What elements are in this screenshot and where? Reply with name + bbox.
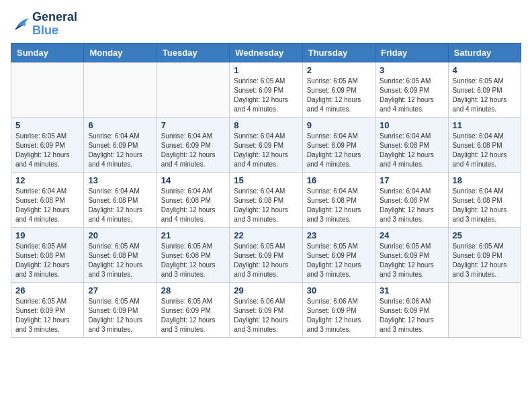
calendar-cell: 28Sunrise: 6:05 AM Sunset: 6:09 PM Dayli… [157, 282, 229, 337]
day-number: 3 [380, 65, 443, 75]
day-number: 7 [161, 120, 225, 130]
day-number: 25 [453, 230, 517, 240]
calendar-header-friday: Friday [375, 43, 448, 62]
day-info: Sunrise: 6:06 AM Sunset: 6:09 PM Dayligh… [380, 297, 443, 334]
day-number: 26 [15, 285, 79, 295]
day-info: Sunrise: 6:05 AM Sunset: 6:09 PM Dayligh… [161, 297, 225, 334]
calendar-header-wednesday: Wednesday [230, 43, 302, 62]
day-number: 16 [307, 175, 371, 185]
calendar-cell: 15Sunrise: 6:04 AM Sunset: 6:08 PM Dayli… [230, 172, 302, 227]
day-number: 1 [234, 65, 298, 75]
calendar-week-5: 26Sunrise: 6:05 AM Sunset: 6:09 PM Dayli… [11, 282, 521, 337]
day-number: 2 [307, 65, 371, 75]
calendar-cell [157, 62, 229, 117]
calendar-cell: 24Sunrise: 6:05 AM Sunset: 6:09 PM Dayli… [375, 227, 448, 282]
day-info: Sunrise: 6:05 AM Sunset: 6:09 PM Dayligh… [15, 297, 79, 334]
day-info: Sunrise: 6:04 AM Sunset: 6:08 PM Dayligh… [161, 187, 225, 224]
day-number: 24 [380, 230, 443, 240]
day-info: Sunrise: 6:05 AM Sunset: 6:09 PM Dayligh… [380, 77, 443, 114]
day-info: Sunrise: 6:04 AM Sunset: 6:09 PM Dayligh… [307, 132, 371, 169]
day-number: 23 [307, 230, 371, 240]
day-number: 29 [234, 285, 298, 295]
day-info: Sunrise: 6:05 AM Sunset: 6:09 PM Dayligh… [453, 77, 517, 114]
day-number: 17 [380, 175, 443, 185]
day-info: Sunrise: 6:04 AM Sunset: 6:09 PM Dayligh… [161, 132, 225, 169]
day-info: Sunrise: 6:06 AM Sunset: 6:09 PM Dayligh… [307, 297, 371, 334]
day-number: 10 [380, 120, 443, 130]
day-info: Sunrise: 6:04 AM Sunset: 6:08 PM Dayligh… [453, 187, 517, 224]
day-number: 6 [88, 120, 152, 130]
calendar-cell: 1Sunrise: 6:05 AM Sunset: 6:09 PM Daylig… [230, 62, 302, 117]
calendar-cell: 12Sunrise: 6:04 AM Sunset: 6:08 PM Dayli… [11, 172, 84, 227]
calendar-cell: 13Sunrise: 6:04 AM Sunset: 6:08 PM Dayli… [84, 172, 157, 227]
day-info: Sunrise: 6:05 AM Sunset: 6:09 PM Dayligh… [380, 242, 443, 279]
calendar-header-tuesday: Tuesday [157, 43, 229, 62]
day-number: 18 [453, 175, 517, 185]
calendar-cell: 4Sunrise: 6:05 AM Sunset: 6:09 PM Daylig… [448, 62, 521, 117]
calendar-cell: 21Sunrise: 6:05 AM Sunset: 6:08 PM Dayli… [157, 227, 229, 282]
day-number: 27 [88, 285, 152, 295]
day-info: Sunrise: 6:05 AM Sunset: 6:09 PM Dayligh… [307, 77, 371, 114]
calendar-header-monday: Monday [84, 43, 157, 62]
day-info: Sunrise: 6:05 AM Sunset: 6:08 PM Dayligh… [161, 242, 225, 279]
calendar-cell: 7Sunrise: 6:04 AM Sunset: 6:09 PM Daylig… [157, 117, 229, 172]
calendar-cell: 10Sunrise: 6:04 AM Sunset: 6:08 PM Dayli… [375, 117, 448, 172]
calendar-cell: 30Sunrise: 6:06 AM Sunset: 6:09 PM Dayli… [302, 282, 375, 337]
calendar-cell: 6Sunrise: 6:04 AM Sunset: 6:09 PM Daylig… [84, 117, 157, 172]
day-info: Sunrise: 6:05 AM Sunset: 6:08 PM Dayligh… [15, 242, 79, 279]
page-header: General Blue [11, 11, 521, 38]
logo: General Blue [11, 11, 77, 38]
day-info: Sunrise: 6:05 AM Sunset: 6:09 PM Dayligh… [453, 242, 517, 279]
day-number: 22 [234, 230, 298, 240]
day-info: Sunrise: 6:04 AM Sunset: 6:08 PM Dayligh… [380, 187, 443, 224]
logo-text: General Blue [32, 11, 77, 38]
day-number: 14 [161, 175, 225, 185]
calendar-cell: 8Sunrise: 6:04 AM Sunset: 6:09 PM Daylig… [230, 117, 302, 172]
calendar-cell: 31Sunrise: 6:06 AM Sunset: 6:09 PM Dayli… [375, 282, 448, 337]
calendar-week-1: 1Sunrise: 6:05 AM Sunset: 6:09 PM Daylig… [11, 62, 521, 117]
day-number: 9 [307, 120, 371, 130]
calendar-cell: 18Sunrise: 6:04 AM Sunset: 6:08 PM Dayli… [448, 172, 521, 227]
day-number: 28 [161, 285, 225, 295]
day-info: Sunrise: 6:05 AM Sunset: 6:09 PM Dayligh… [234, 242, 298, 279]
day-info: Sunrise: 6:05 AM Sunset: 6:09 PM Dayligh… [307, 242, 371, 279]
calendar-cell: 11Sunrise: 6:04 AM Sunset: 6:08 PM Dayli… [448, 117, 521, 172]
day-info: Sunrise: 6:04 AM Sunset: 6:08 PM Dayligh… [307, 187, 371, 224]
calendar-header-thursday: Thursday [302, 43, 375, 62]
day-info: Sunrise: 6:04 AM Sunset: 6:08 PM Dayligh… [15, 187, 79, 224]
calendar-cell [84, 62, 157, 117]
calendar-cell [11, 62, 84, 117]
calendar-header-saturday: Saturday [448, 43, 521, 62]
calendar-week-3: 12Sunrise: 6:04 AM Sunset: 6:08 PM Dayli… [11, 172, 521, 227]
calendar-cell: 27Sunrise: 6:05 AM Sunset: 6:09 PM Dayli… [84, 282, 157, 337]
day-info: Sunrise: 6:05 AM Sunset: 6:09 PM Dayligh… [15, 132, 79, 169]
calendar-week-2: 5Sunrise: 6:05 AM Sunset: 6:09 PM Daylig… [11, 117, 521, 172]
calendar-week-4: 19Sunrise: 6:05 AM Sunset: 6:08 PM Dayli… [11, 227, 521, 282]
day-number: 31 [380, 285, 443, 295]
calendar-cell: 2Sunrise: 6:05 AM Sunset: 6:09 PM Daylig… [302, 62, 375, 117]
day-info: Sunrise: 6:05 AM Sunset: 6:08 PM Dayligh… [88, 242, 152, 279]
calendar-cell: 9Sunrise: 6:04 AM Sunset: 6:09 PM Daylig… [302, 117, 375, 172]
day-info: Sunrise: 6:04 AM Sunset: 6:08 PM Dayligh… [88, 187, 152, 224]
day-number: 11 [453, 120, 517, 130]
day-info: Sunrise: 6:04 AM Sunset: 6:08 PM Dayligh… [453, 132, 517, 169]
calendar-cell: 17Sunrise: 6:04 AM Sunset: 6:08 PM Dayli… [375, 172, 448, 227]
calendar-cell: 16Sunrise: 6:04 AM Sunset: 6:08 PM Dayli… [302, 172, 375, 227]
day-info: Sunrise: 6:05 AM Sunset: 6:09 PM Dayligh… [234, 77, 298, 114]
day-info: Sunrise: 6:04 AM Sunset: 6:09 PM Dayligh… [234, 132, 298, 169]
calendar-cell: 3Sunrise: 6:05 AM Sunset: 6:09 PM Daylig… [375, 62, 448, 117]
day-number: 5 [15, 120, 79, 130]
day-number: 20 [88, 230, 152, 240]
calendar-cell: 19Sunrise: 6:05 AM Sunset: 6:08 PM Dayli… [11, 227, 84, 282]
day-number: 21 [161, 230, 225, 240]
day-info: Sunrise: 6:04 AM Sunset: 6:08 PM Dayligh… [380, 132, 443, 169]
calendar-cell: 26Sunrise: 6:05 AM Sunset: 6:09 PM Dayli… [11, 282, 84, 337]
calendar-cell: 22Sunrise: 6:05 AM Sunset: 6:09 PM Dayli… [230, 227, 302, 282]
day-info: Sunrise: 6:04 AM Sunset: 6:08 PM Dayligh… [234, 187, 298, 224]
logo-bird-icon [11, 16, 30, 32]
calendar-header-row: SundayMondayTuesdayWednesdayThursdayFrid… [11, 43, 521, 62]
calendar-cell: 29Sunrise: 6:06 AM Sunset: 6:09 PM Dayli… [230, 282, 302, 337]
calendar-cell: 14Sunrise: 6:04 AM Sunset: 6:08 PM Dayli… [157, 172, 229, 227]
day-number: 13 [88, 175, 152, 185]
day-number: 19 [15, 230, 79, 240]
